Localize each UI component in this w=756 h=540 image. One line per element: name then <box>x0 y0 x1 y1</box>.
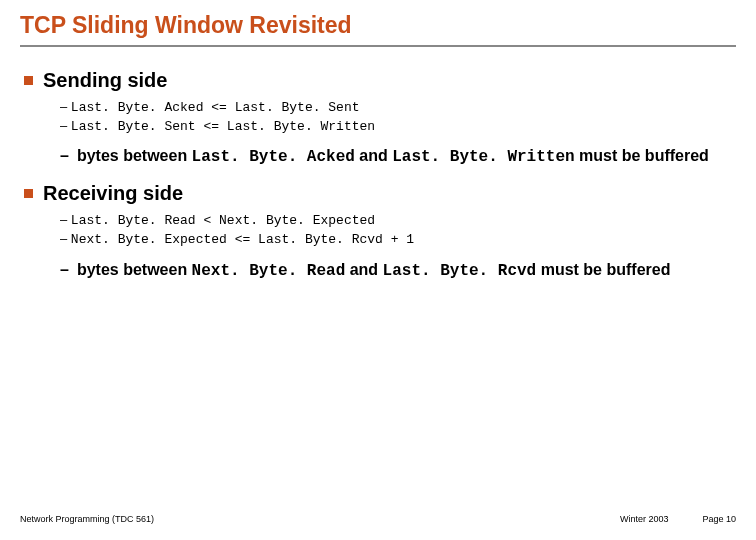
section-1-note: – bytes between Last. Byte. Acked and La… <box>24 146 736 168</box>
relation-line: Last. Byte. Read < Next. Byte. Expected <box>60 211 736 230</box>
section-1-title: Sending side <box>43 69 167 92</box>
section-1-relations: Last. Byte. Acked <= Last. Byte. Sent La… <box>24 98 736 136</box>
section-1-header: Sending side <box>24 69 736 92</box>
section-2-note: – bytes between Next. Byte. Read and Las… <box>24 260 736 282</box>
dash-icon: – <box>60 260 69 282</box>
slide-footer: Network Programming (TDC 561) Winter 200… <box>20 514 736 524</box>
emphasis-text: bytes between Last. Byte. Acked and Last… <box>77 146 709 168</box>
emphasis-line: – bytes between Last. Byte. Acked and La… <box>60 146 736 168</box>
dash-icon: – <box>60 146 69 168</box>
footer-course: Network Programming (TDC 561) <box>20 514 154 524</box>
relation-line: Next. Byte. Expected <= Last. Byte. Rcvd… <box>60 230 736 249</box>
slide-title: TCP Sliding Window Revisited <box>20 12 736 43</box>
section-2-title: Receiving side <box>43 182 183 205</box>
square-bullet-icon <box>24 76 33 85</box>
relation-line: Last. Byte. Acked <= Last. Byte. Sent <box>60 98 736 117</box>
footer-page: Page 10 <box>702 514 736 524</box>
emphasis-text: bytes between Next. Byte. Read and Last.… <box>77 260 671 282</box>
slide-content: Sending side Last. Byte. Acked <= Last. … <box>20 47 736 281</box>
square-bullet-icon <box>24 189 33 198</box>
emphasis-line: – bytes between Next. Byte. Read and Las… <box>60 260 736 282</box>
section-2-relations: Last. Byte. Read < Next. Byte. Expected … <box>24 211 736 249</box>
relation-line: Last. Byte. Sent <= Last. Byte. Written <box>60 117 736 136</box>
section-2-header: Receiving side <box>24 182 736 205</box>
footer-term: Winter 2003 <box>620 514 669 524</box>
